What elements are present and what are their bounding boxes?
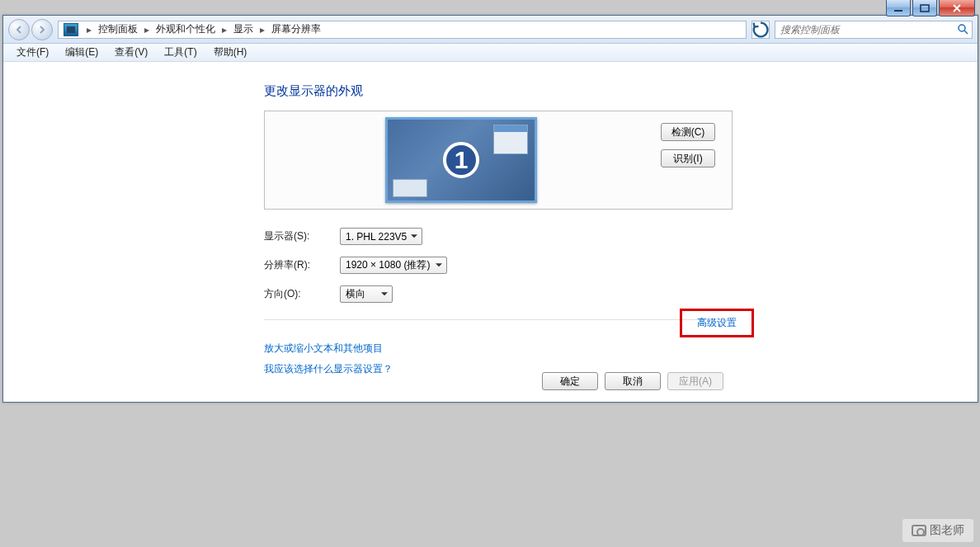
menu-tools[interactable]: 工具(T) — [156, 44, 205, 61]
nav-back-button[interactable] — [8, 19, 30, 40]
apply-button: 应用(A) — [667, 372, 723, 390]
cancel-button[interactable]: 取消 — [605, 372, 661, 390]
search-icon — [958, 24, 968, 35]
orientation-label: 方向(O): — [264, 287, 340, 301]
advanced-settings-highlight: 高级设置 — [680, 309, 754, 337]
text-size-link[interactable]: 放大或缩小文本和其他项目 — [264, 342, 383, 354]
breadcrumb-item[interactable]: 屏幕分辨率 — [270, 21, 323, 38]
menu-bar: 文件(F) 编辑(E) 查看(V) 工具(T) 帮助(H) — [3, 44, 978, 62]
svg-rect-1 — [921, 5, 929, 12]
content-area: 更改显示器的外观 1 检测(C) 识别(I) 显示器(S): 1. PHL 22… — [3, 62, 978, 402]
display-preview-panel: 1 检测(C) 识别(I) — [264, 111, 733, 210]
address-bar: ▸ 控制面板 ▸ 外观和个性化 ▸ 显示 ▸ 屏幕分辨率 — [3, 16, 978, 44]
chevron-right-icon: ▸ — [139, 21, 154, 38]
resolution-select[interactable]: 1920 × 1080 (推荐) — [340, 257, 447, 274]
refresh-button[interactable] — [751, 21, 770, 39]
monitor-preview[interactable]: 1 — [385, 117, 537, 203]
advanced-settings-link[interactable]: 高级设置 — [697, 317, 737, 328]
maximize-button[interactable] — [912, 0, 937, 17]
identify-button[interactable]: 识别(I) — [661, 149, 715, 167]
display-select[interactable]: 1. PHL 223V5 — [340, 228, 422, 245]
svg-rect-0 — [894, 10, 902, 12]
minimize-button[interactable] — [886, 0, 911, 17]
nav-forward-button[interactable] — [31, 19, 53, 40]
close-button[interactable] — [939, 0, 975, 17]
menu-help[interactable]: 帮助(H) — [205, 44, 256, 61]
display-help-link[interactable]: 我应该选择什么显示器设置？ — [264, 363, 393, 375]
page-title: 更改显示器的外观 — [264, 83, 733, 99]
chevron-right-icon: ▸ — [82, 21, 97, 38]
mini-window-icon — [493, 125, 528, 154]
breadcrumb-item[interactable]: 外观和个性化 — [154, 21, 217, 38]
control-panel-window: ▸ 控制面板 ▸ 外观和个性化 ▸ 显示 ▸ 屏幕分辨率 文件(F) 编辑(E)… — [2, 15, 978, 403]
breadcrumb[interactable]: ▸ 控制面板 ▸ 外观和个性化 ▸ 显示 ▸ 屏幕分辨率 — [58, 21, 747, 39]
camera-icon — [912, 525, 926, 536]
svg-point-2 — [959, 25, 965, 31]
chevron-right-icon: ▸ — [255, 21, 270, 38]
detect-button[interactable]: 检测(C) — [661, 123, 715, 141]
resolution-label: 分辨率(R): — [264, 258, 340, 272]
menu-edit[interactable]: 编辑(E) — [57, 44, 106, 61]
dialog-buttons: 确定 取消 应用(A) — [542, 372, 723, 390]
menu-file[interactable]: 文件(F) — [8, 44, 57, 61]
display-label: 显示器(S): — [264, 229, 340, 243]
mini-taskbar-icon — [393, 179, 427, 197]
chevron-right-icon: ▸ — [217, 21, 232, 38]
orientation-select[interactable]: 横向 — [340, 285, 393, 303]
menu-view[interactable]: 查看(V) — [106, 44, 156, 61]
ok-button[interactable]: 确定 — [542, 372, 598, 390]
monitor-number-badge: 1 — [443, 142, 479, 178]
breadcrumb-item[interactable]: 显示 — [232, 21, 255, 38]
window-controls — [886, 0, 975, 17]
search-input[interactable] — [779, 23, 958, 36]
watermark: 图老师 — [902, 519, 973, 542]
breadcrumb-item[interactable]: 控制面板 — [97, 21, 139, 38]
annotation-arrow-icon — [644, 398, 690, 402]
search-box[interactable] — [775, 21, 973, 39]
watermark-text: 图老师 — [930, 523, 964, 538]
control-panel-icon — [64, 23, 78, 36]
